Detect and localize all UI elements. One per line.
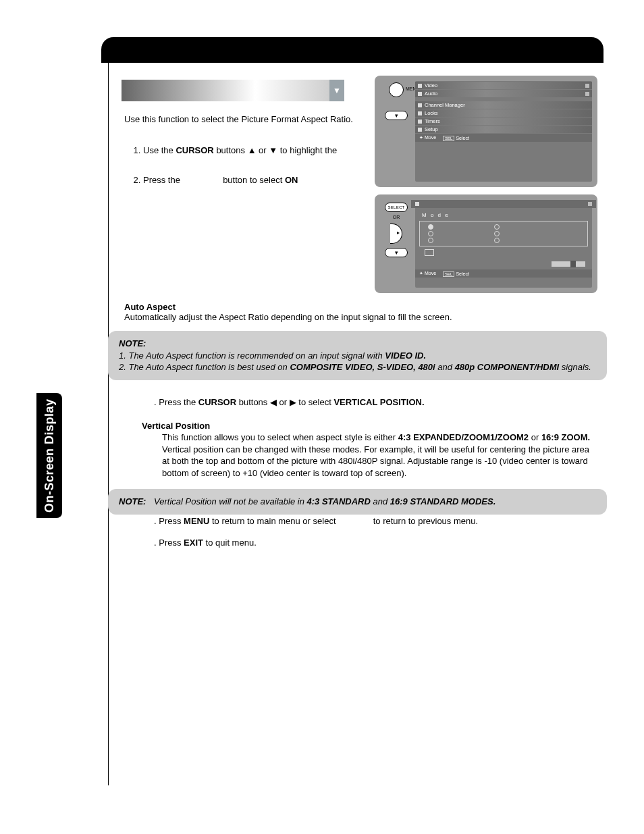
text-bold: 16:9 ZOOM. [541, 432, 590, 442]
select-button-icon: SELECT [385, 203, 408, 212]
osd-footer: ✦ Move SEL Select [415, 269, 592, 278]
down-button-icon: ▾ [385, 248, 408, 257]
text: . Press [154, 516, 184, 526]
text: button to select [221, 175, 285, 185]
menu-button-icon: MENU [389, 82, 404, 97]
radio-icon [428, 238, 433, 243]
note-box-1: NOTE: 1. The Auto Aspect function is rec… [108, 331, 607, 380]
radio-row [421, 230, 586, 237]
text: to return to main menu or select [209, 516, 338, 526]
radio-icon [494, 224, 500, 230]
label: Setup [425, 126, 438, 132]
label: Timers [425, 118, 440, 124]
text-bold: VERTICAL POSITION. [333, 397, 424, 407]
vertical-rule [108, 63, 109, 785]
mode-title: M o d e [422, 212, 588, 218]
osd-screen: M o d e ✦ Move SEL Select [415, 200, 592, 288]
text: buttons ◀ or ▶ to select [236, 397, 333, 407]
top-bar [411, 200, 596, 208]
menu-item-setup: Setup [415, 126, 592, 133]
label: Video [425, 82, 437, 88]
down-button-icon: ▾ [385, 111, 408, 120]
note-label: NOTE: [119, 338, 146, 348]
text: buttons ▲ or ▼ to highlight the [214, 145, 338, 155]
radio-row [421, 224, 586, 230]
text: to quit menu. [203, 538, 257, 548]
text: or [529, 432, 541, 442]
text-bold: 16:9 STANDARD MODES. [390, 496, 496, 506]
osd-footer: ✦ Move SEL Select [415, 134, 592, 142]
or-label: OR [380, 215, 412, 219]
text: Vertical Position will not be available … [154, 496, 306, 506]
slider-row [422, 261, 585, 267]
text: to return to previous menu. [371, 516, 478, 526]
side-tab: On-Screen Display [36, 393, 62, 518]
menu-item-locks: Locks [415, 109, 592, 117]
label: Select [456, 136, 468, 140]
text: This function allows you to select when … [162, 432, 398, 442]
text: . Press [154, 538, 184, 548]
text: and [371, 496, 390, 506]
header-black-bar [101, 37, 603, 63]
step-1: Use the CURSOR buttons ▲ or ▼ to highlig… [143, 145, 354, 157]
remote-buttons: MENU ▾ [380, 81, 412, 182]
text-bold: CURSOR [198, 397, 236, 407]
radio-icon [428, 231, 433, 236]
text: . Press the [154, 397, 198, 407]
label: Move [425, 271, 436, 276]
text-bold: EXIT [184, 538, 203, 548]
text-bold: 480p COMPONENT/HDMI [455, 362, 560, 372]
text: 1. The Auto Aspect function is recommend… [119, 350, 385, 361]
osd-screenshot-mode: SELECT OR ▾ M o d e ✦ Move SEL Select [375, 194, 597, 293]
text-bold: CURSOR [176, 145, 213, 155]
slider-icon [552, 261, 585, 267]
label: Channel Manager [425, 102, 465, 108]
chevron-down-icon: ▼ [329, 80, 344, 101]
text-bold: COMPOSITE VIDEO, S-VIDEO, 480i [290, 362, 435, 372]
text-bold: 4:3 STANDARD [307, 496, 371, 506]
text: Press the [143, 175, 183, 185]
step-list: Use the CURSOR buttons ▲ or ▼ to highlig… [124, 145, 354, 203]
label: SEL [443, 136, 454, 141]
text: Use the [143, 145, 176, 155]
auto-aspect-text: Automatically adjust the Aspect Ratio de… [124, 312, 603, 322]
menu-item-video: Video [415, 82, 592, 89]
right-button-icon [390, 224, 402, 244]
vertical-position-heading: Vertical Position [142, 421, 210, 431]
menu-step: . Press MENU to return to main menu or s… [142, 516, 597, 526]
osd-screen: Video Audio Channel Manager Locks Timers… [415, 81, 592, 182]
menu-item-audio: Audio [415, 90, 592, 97]
text-bold: 4:3 EXPANDED/ZOOM1/ZOOM2 [398, 432, 529, 442]
section-gradient-bar: ▼ [122, 80, 344, 101]
menu-item-channel-manager: Channel Manager [415, 101, 592, 109]
text-bold: ON [285, 175, 298, 185]
intro-text: Use this function to select the Picture … [124, 113, 354, 126]
text-bold: MENU [184, 516, 209, 526]
radio-icon [494, 238, 500, 243]
text-bold: VIDEO ID. [385, 350, 426, 361]
label: Locks [425, 110, 438, 116]
label: Audio [425, 90, 437, 97]
exit-step: . Press EXIT to quit menu. [142, 538, 597, 548]
radio-icon [428, 224, 433, 230]
auto-aspect-heading: Auto Aspect [124, 302, 603, 312]
radio-icon [494, 231, 500, 236]
step-2: Press the button to select ON [143, 174, 354, 186]
cursor-step: . Press the CURSOR buttons ◀ or ▶ to sel… [142, 397, 597, 407]
rect-icon [425, 249, 434, 256]
radio-row [421, 237, 586, 244]
text: Vertical position can be changed with th… [162, 444, 589, 478]
text: signals. [559, 362, 591, 372]
note-box-2: NOTE: Vertical Position will not be avai… [108, 489, 607, 515]
label: SEL [443, 271, 454, 277]
remote-buttons: SELECT OR ▾ [380, 200, 412, 288]
menu-item-timers: Timers [415, 118, 592, 125]
osd-screenshot-main-menu: MENU ▾ Video Audio Channel Manager Locks… [375, 76, 597, 187]
vertical-position-text: This function allows you to select when … [162, 432, 597, 479]
note-label: NOTE: [119, 496, 146, 506]
label: Move [425, 135, 436, 140]
label: Select [456, 271, 468, 276]
text: and [435, 362, 455, 372]
text: 2. The Auto Aspect function is best used… [119, 362, 290, 372]
